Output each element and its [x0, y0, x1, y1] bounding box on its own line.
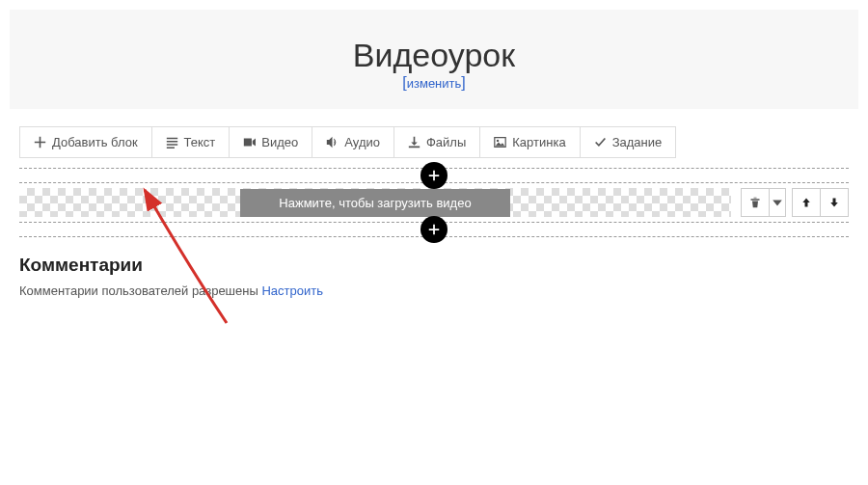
image-button[interactable]: Картинка: [479, 126, 580, 158]
audio-icon: [326, 136, 339, 148]
task-button[interactable]: Задание: [580, 126, 677, 158]
comments-status: Комментарии пользователей разрешены: [19, 283, 261, 298]
plus-icon: [34, 136, 46, 148]
add-block-label: Добавить блок: [52, 135, 138, 149]
delete-dropdown-button[interactable]: [769, 188, 786, 217]
move-up-button[interactable]: [792, 188, 821, 217]
insert-divider-top: [19, 168, 849, 183]
files-label: Файлы: [426, 135, 466, 149]
task-label: Задание: [612, 135, 663, 149]
caret-down-icon: [772, 197, 783, 208]
configure-link[interactable]: Настроить: [261, 283, 323, 298]
video-drop-area: Нажмите, чтобы загрузить видео: [19, 188, 731, 217]
text-icon: [166, 136, 178, 148]
upload-video-button[interactable]: Нажмите, чтобы загрузить видео: [240, 189, 509, 217]
toolbar: Добавить блок Текст Видео Аудио Файлы Ка…: [19, 126, 849, 158]
trash-icon: [749, 197, 761, 208]
comments-status-line: Комментарии пользователей разрешены Наст…: [19, 283, 849, 298]
audio-label: Аудио: [344, 135, 380, 149]
video-icon: [243, 136, 256, 148]
check-icon: [594, 136, 607, 148]
block-actions: [741, 188, 849, 217]
add-block-button[interactable]: Добавить блок: [19, 126, 152, 158]
reorder-group: [792, 188, 849, 217]
download-icon: [408, 136, 420, 148]
insert-above-button[interactable]: [420, 162, 448, 189]
plus-icon: [427, 223, 441, 236]
delete-group: [741, 188, 786, 217]
header-panel: Видеоурок [изменить]: [10, 10, 858, 109]
files-button[interactable]: Файлы: [393, 126, 480, 158]
image-icon: [494, 136, 506, 148]
image-label: Картинка: [512, 135, 565, 149]
page-title: Видеоурок: [10, 37, 858, 74]
plus-icon: [427, 169, 441, 182]
edit-link[interactable]: изменить: [407, 76, 462, 91]
arrow-up-icon: [800, 197, 812, 208]
delete-button[interactable]: [741, 188, 770, 217]
arrow-down-icon: [828, 197, 840, 208]
text-label: Текст: [184, 135, 216, 149]
edit-link-wrapper: [изменить]: [402, 74, 465, 91]
comments-section: Комментарии Комментарии пользователей ра…: [19, 255, 849, 298]
text-button[interactable]: Текст: [151, 126, 231, 158]
insert-divider-bottom: [19, 222, 849, 237]
video-button[interactable]: Видео: [229, 126, 312, 158]
svg-point-0: [497, 140, 499, 142]
move-down-button[interactable]: [820, 188, 849, 217]
comments-heading: Комментарии: [19, 255, 849, 276]
audio-button[interactable]: Аудио: [312, 126, 394, 158]
video-label: Видео: [261, 135, 298, 149]
insert-below-button[interactable]: [420, 216, 448, 243]
